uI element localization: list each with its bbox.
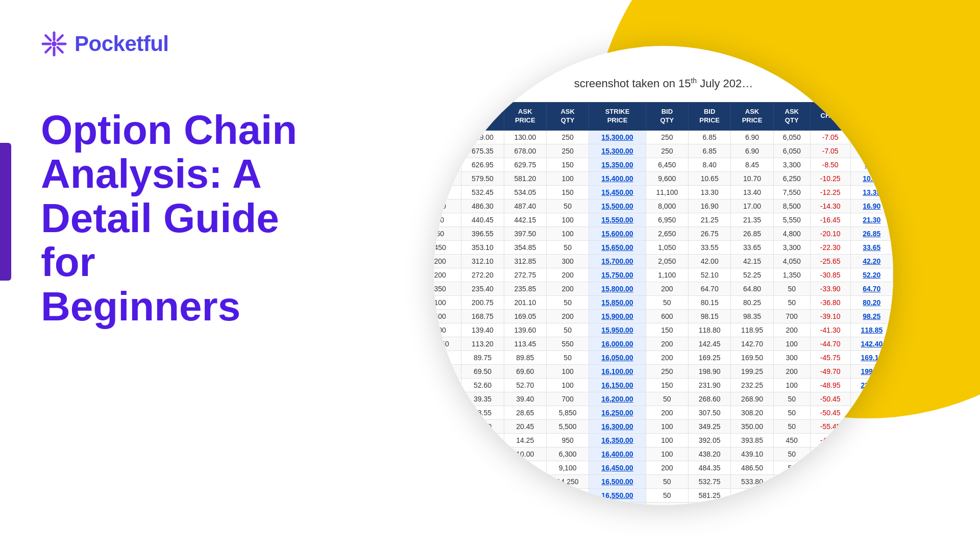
strike-price[interactable]: 16,550.00	[589, 488, 646, 502]
strike-price[interactable]: 16,200.00	[589, 392, 646, 406]
bid-qty-calls: 450	[434, 240, 461, 254]
ask-qty-puts: 3,300	[773, 158, 810, 171]
ltp-value: 231.85	[850, 378, 893, 392]
bid-price-puts: 8.40	[689, 158, 731, 171]
ltp-value: 13.35	[850, 185, 893, 199]
bid-price-calls: 675.35	[461, 144, 504, 158]
ask-price-calls: 52.70	[504, 378, 546, 392]
ltp-value: 52.20	[850, 268, 893, 282]
strike-price[interactable]: 15,900.00	[589, 309, 646, 323]
strike-price[interactable]: 16,450.00	[589, 461, 646, 474]
table-row: 2,450 20.40 20.45 5,500 16,300.00 100 34…	[434, 419, 893, 433]
col-header-bid-qty-puts: BIDQTY	[646, 103, 688, 131]
ask-qty-calls: 50	[546, 350, 589, 364]
ask-price-calls: 581.20	[504, 171, 546, 185]
chng-value: -7.05	[810, 144, 850, 158]
ask-price-puts: 21.35	[731, 213, 773, 227]
ltp-value: 8.45	[850, 158, 893, 171]
strike-price[interactable]: 15,350.00	[589, 158, 646, 171]
bid-price-calls: 129.00	[461, 130, 504, 144]
bid-price-puts: 26.75	[689, 227, 731, 240]
strike-price[interactable]: 16,400.00	[589, 447, 646, 461]
ask-qty-puts: 50	[773, 419, 810, 433]
strike-price[interactable]: 15,650.00	[589, 240, 646, 254]
ltp-value: 6.90	[850, 144, 893, 158]
strike-price[interactable]: 15,300.00	[589, 144, 646, 158]
bid-price-puts: 6.85	[689, 144, 731, 158]
strike-price[interactable]: 16,300.00	[589, 419, 646, 433]
ask-price-calls: 130.00	[504, 130, 546, 144]
ask-price-puts: 199.25	[731, 364, 773, 378]
strike-price[interactable]: 15,850.00	[589, 295, 646, 309]
chng-value: -50.45	[810, 392, 850, 406]
ask-qty-calls: 100	[546, 171, 589, 185]
ask-price-calls: 169.05	[504, 309, 546, 323]
bid-qty-puts: 100	[646, 447, 688, 461]
bid-price-calls: 52.60	[461, 378, 504, 392]
strike-price[interactable]: 15,300.00	[589, 130, 646, 144]
chng-value: -45.75	[810, 350, 850, 364]
ask-price-puts: 42.15	[731, 254, 773, 268]
bid-qty-puts: 2,050	[646, 254, 688, 268]
bid-qty-puts: 150	[646, 323, 688, 337]
bid-qty-calls: 500	[434, 392, 461, 406]
strike-price[interactable]: 15,550.00	[589, 213, 646, 227]
bid-qty-puts: 200	[646, 337, 688, 350]
bid-qty-calls: 150	[434, 185, 461, 199]
ask-price-calls: 20.45	[504, 419, 546, 433]
ask-price-calls: 6.90	[504, 461, 546, 474]
bid-qty-calls: 6,700	[434, 406, 461, 419]
ask-qty-calls: 150	[546, 158, 589, 171]
ask-qty-puts: 50	[773, 488, 810, 502]
bid-price-calls: 2.95	[461, 502, 504, 505]
ask-qty-puts: 300	[773, 350, 810, 364]
ask-qty-puts: 50	[773, 447, 810, 461]
ask-qty-calls: 50	[546, 295, 589, 309]
ask-qty-calls: 300	[546, 254, 589, 268]
bid-qty-calls: 200	[434, 268, 461, 282]
strike-price[interactable]: 15,400.00	[589, 171, 646, 185]
ask-qty-calls: 700	[546, 392, 589, 406]
strike-price[interactable]: 16,150.00	[589, 378, 646, 392]
ask-qty-calls: 50	[546, 199, 589, 213]
logo-area: Pocketful	[41, 31, 316, 57]
strike-price[interactable]: 16,350.00	[589, 433, 646, 447]
strike-price[interactable]: 15,950.00	[589, 323, 646, 337]
ask-qty-calls: 6,300	[546, 447, 589, 461]
ask-qty-puts: 3,300	[773, 240, 810, 254]
strike-price[interactable]: 16,250.00	[589, 406, 646, 419]
table-row: 24,700 5.05 5.10 14,250 16,500.00 50 532…	[434, 474, 893, 488]
strike-price[interactable]: 15,500.00	[589, 199, 646, 213]
svg-point-0	[52, 41, 57, 46]
bid-qty-calls: 50	[434, 213, 461, 227]
left-panel: Pocketful Option Chain Analysis: A Detai…	[0, 0, 347, 551]
strike-price[interactable]: 15,800.00	[589, 282, 646, 295]
bid-price-puts: 6.85	[689, 130, 731, 144]
bid-price-puts: 392.05	[689, 433, 731, 447]
ask-qty-puts: 5,550	[773, 213, 810, 227]
bid-price-puts: 169.25	[689, 350, 731, 364]
strike-price[interactable]: 16,500.00	[589, 474, 646, 488]
ask-price-calls: 312.85	[504, 254, 546, 268]
strike-price[interactable]: 16,100.00	[589, 364, 646, 378]
bid-qty-puts: 50	[646, 474, 688, 488]
ask-price-calls: 272.75	[504, 268, 546, 282]
ask-price-calls: 201.10	[504, 295, 546, 309]
strike-price[interactable]: 15,450.00	[589, 185, 646, 199]
bid-price-puts: 268.60	[689, 392, 731, 406]
table-row: 200 272.20 272.75 200 15,750.00 1,100 52…	[434, 268, 893, 282]
strike-price[interactable]: 16,600.00	[589, 502, 646, 505]
ask-qty-puts: 4,800	[773, 227, 810, 240]
bid-price-calls: 272.20	[461, 268, 504, 282]
ask-price-puts: 26.85	[731, 227, 773, 240]
strike-price[interactable]: 15,750.00	[589, 268, 646, 282]
strike-price[interactable]: 15,700.00	[589, 254, 646, 268]
bid-qty-calls: 600	[434, 309, 461, 323]
ask-qty-calls: 250	[546, 130, 589, 144]
strike-price[interactable]: 16,050.00	[589, 350, 646, 364]
ask-qty-puts: 50	[773, 282, 810, 295]
strike-price[interactable]: 16,000.00	[589, 337, 646, 350]
ask-price-puts: 308.20	[731, 406, 773, 419]
strike-price[interactable]: 15,600.00	[589, 227, 646, 240]
table-row: 100 486.30 487.40 50 15,500.00 8,000 16.…	[434, 199, 893, 213]
